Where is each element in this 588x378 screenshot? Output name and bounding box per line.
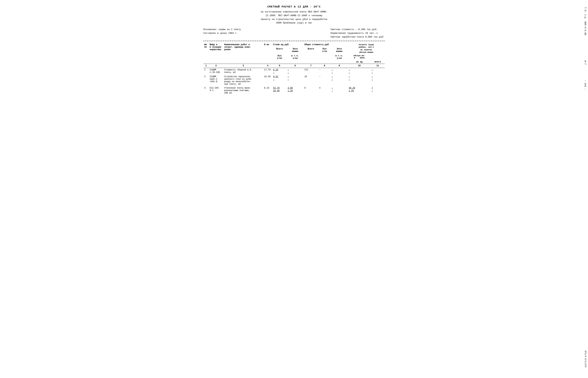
th-stoimost-header: Стоим.ед.руб. xyxy=(272,43,304,47)
th-cipher: Шифр и№ позициинорматива xyxy=(209,43,223,64)
row1-total-all: III xyxy=(304,68,318,75)
row1-cipher: ССЦММп.10-100 xyxy=(209,68,223,75)
row1-cost-total: 6,25 – xyxy=(272,68,287,75)
row1-qty: 17,79 xyxy=(263,68,272,75)
th-spacer xyxy=(304,54,331,60)
col-number-row: 1 2 3 4 5 6 7 8 9 10 11 xyxy=(203,64,385,68)
row1-total-expl: – – xyxy=(331,68,348,75)
row2-qty: 16,40 xyxy=(263,75,272,86)
col-n1: 1 xyxy=(203,64,209,68)
th-labor-header: Затраты трударабоих, чел-чне занятыхобсл… xyxy=(348,43,385,54)
row2-labor-unit: – – xyxy=(348,75,371,86)
row2-total-osn: – xyxy=(318,75,331,86)
row3-cipher: Е12-2849-I xyxy=(209,86,223,95)
th-spacer3 xyxy=(272,60,304,64)
smetnaya-stoimost-row: Сметная стоимость – 0,206 тыс.руб. xyxy=(331,28,385,31)
th-spacer4 xyxy=(304,60,331,64)
row2-name: Устройство пароизоля-ционного слоя из ру… xyxy=(223,75,263,86)
th-na-ed: на ед xyxy=(348,60,371,64)
table-row: 3 Е12-2849-I Утепление плиты мине-ралова… xyxy=(203,86,385,95)
meta-section: Основание: нормы на I плиту Составлен в … xyxy=(203,28,385,38)
row1-num: I xyxy=(203,68,209,75)
th-total-osn: Оснз/пл xyxy=(318,47,331,54)
row1-total-osn: – xyxy=(318,68,331,75)
row2-cost-expl: – – xyxy=(287,75,303,86)
th-v-tch-zpl: в т.ч.з/пл xyxy=(287,54,303,60)
subtitle: на изготовление комплексной плиты ПВ4-ЗА… xyxy=(203,10,385,25)
row3-cost-expl: 4,00 1,20 xyxy=(287,86,303,95)
row1-name: Стоимость сборной ж.б.плиты, м2 xyxy=(223,68,263,75)
th-qty: К-во xyxy=(263,43,272,64)
row1-labor-unit: – – xyxy=(348,68,371,75)
th-name: Наименование работ изатрат, единица изме… xyxy=(223,43,263,64)
page-title: СМЕТНЫЙ РАСЧЕТ № 12 ДЛЯ - 20°С xyxy=(203,5,385,8)
th-vsego2: всего xyxy=(371,60,385,64)
th-spacer5 xyxy=(331,60,348,64)
col-n11: 11 xyxy=(371,64,385,68)
zarplata-row: Сметная заработная плата 0,006 тыс.руб. xyxy=(331,36,385,38)
row2-cost-total: 0,61 – xyxy=(272,75,287,86)
row3-total-all: 8 xyxy=(304,86,318,95)
th-total-expl: Экспмашин xyxy=(331,47,348,54)
th-osn-zpl: Оснз/пл xyxy=(272,54,287,60)
table-row: 2 ССЦММприл.2табл.Б Устройство пароизоля… xyxy=(203,75,385,86)
col-n3: 3 xyxy=(223,64,263,68)
th-expl-machine: Экспмашин xyxy=(287,47,303,54)
row2-total-all: 10 xyxy=(304,75,318,86)
th-v-tch-zpl2: в т.ч.з/пл xyxy=(331,54,348,60)
row1-cost-expl: – – xyxy=(287,68,303,75)
col-n8: 8 xyxy=(318,64,331,68)
row3-num: 3 xyxy=(203,86,209,95)
th-obsluzhivanie: обслуж.ма-м шины xyxy=(348,54,371,60)
sostavlen-text: Составлен в ценах 1984 г. xyxy=(203,32,241,35)
col-n4: 4 xyxy=(263,64,272,68)
row3-cost-total: 54,70 28,40 xyxy=(272,86,287,95)
col-n10: 10 xyxy=(348,64,371,68)
col-n9: 9 xyxy=(331,64,348,68)
th-vsego: Всего xyxy=(272,47,287,54)
th-num: №№пп xyxy=(203,43,209,64)
row3-labor-total: 7 – xyxy=(371,86,385,95)
normativnaya-row: Нормативная трудоемкость 10 чел.-ч xyxy=(331,32,385,35)
table-row: I ССЦММп.10-100 Стоимость сборной ж.б.пл… xyxy=(203,68,385,75)
main-table: №№пп Шифр и№ позициинорматива Наименован… xyxy=(203,43,385,95)
row3-total-expl: – – xyxy=(331,86,348,95)
th-spacer2 xyxy=(371,54,385,60)
col-n7: 7 xyxy=(304,64,318,68)
th-total-vsego: Всего xyxy=(304,47,318,54)
row2-cipher: ССЦММприл.2табл.Б xyxy=(209,75,223,86)
row3-qty: 0,15 xyxy=(263,86,272,95)
col-n2: 2 xyxy=(209,64,223,68)
osnование-text: Основание: нормы на I плиту xyxy=(203,28,241,31)
col-n5: 5 xyxy=(272,64,287,68)
header-row-1: №№пп Шифр и№ позициинорматива Наименован… xyxy=(203,43,385,47)
top-divider xyxy=(203,41,385,41)
col-n6: 6 xyxy=(287,64,303,68)
row3-labor-unit: 48,20 1,55 xyxy=(348,86,371,95)
row3-name: Утепление плиты мине-раловатными плитами… xyxy=(223,86,263,95)
th-total-header: Общая стоимость,руб xyxy=(304,43,348,47)
row2-total-expl: – – xyxy=(331,75,348,86)
meta-left: Основание: нормы на I плиту Составлен в … xyxy=(203,28,241,38)
row2-num: 2 xyxy=(203,75,209,86)
row3-total-osn: 4 xyxy=(318,86,331,95)
row1-labor-total: – – xyxy=(371,68,385,75)
meta-right: Сметная стоимость – 0,206 тыс.руб. Норма… xyxy=(331,28,385,38)
row2-labor-total: – – xyxy=(371,75,385,86)
